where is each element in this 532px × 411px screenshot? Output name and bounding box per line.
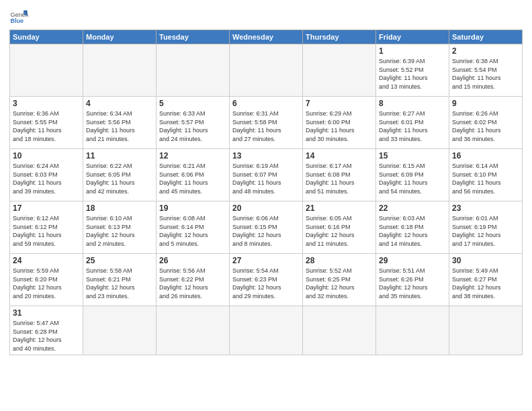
- calendar-day-cell: 12Sunrise: 6:21 AM Sunset: 6:06 PM Dayli…: [157, 149, 230, 201]
- day-info: Sunrise: 6:31 AM Sunset: 5:58 PM Dayligh…: [232, 109, 300, 143]
- weekday-header-monday: Monday: [83, 30, 157, 44]
- calendar-week-row: 10Sunrise: 6:24 AM Sunset: 6:03 PM Dayli…: [10, 149, 523, 201]
- day-info: Sunrise: 5:56 AM Sunset: 6:22 PM Dayligh…: [159, 267, 226, 300]
- calendar-day-cell: 11Sunrise: 6:22 AM Sunset: 6:05 PM Dayli…: [83, 149, 157, 201]
- calendar-day-cell: [449, 306, 523, 355]
- calendar-day-cell: 1Sunrise: 6:39 AM Sunset: 5:52 PM Daylig…: [376, 44, 449, 97]
- day-number: 4: [86, 99, 153, 108]
- calendar-week-row: 31Sunrise: 5:47 AM Sunset: 6:28 PM Dayli…: [10, 306, 523, 355]
- day-info: Sunrise: 5:59 AM Sunset: 6:20 PM Dayligh…: [13, 267, 80, 300]
- calendar-day-cell: [376, 306, 449, 355]
- day-info: Sunrise: 6:05 AM Sunset: 6:16 PM Dayligh…: [306, 214, 373, 248]
- day-number: 15: [379, 151, 446, 161]
- calendar-day-cell: 23Sunrise: 6:01 AM Sunset: 6:19 PM Dayli…: [449, 201, 523, 254]
- calendar-day-cell: [157, 44, 230, 97]
- day-number: 20: [232, 203, 300, 213]
- calendar-day-cell: 9Sunrise: 6:26 AM Sunset: 6:02 PM Daylig…: [449, 97, 523, 149]
- day-info: Sunrise: 6:27 AM Sunset: 6:01 PM Dayligh…: [379, 109, 446, 143]
- day-number: 2: [452, 46, 519, 56]
- page-header: General Blue: [9, 7, 523, 26]
- day-info: Sunrise: 6:24 AM Sunset: 6:03 PM Dayligh…: [13, 162, 80, 195]
- day-info: Sunrise: 6:29 AM Sunset: 6:00 PM Dayligh…: [306, 109, 373, 143]
- day-number: 31: [13, 308, 80, 318]
- calendar-week-row: 1Sunrise: 6:39 AM Sunset: 5:52 PM Daylig…: [10, 44, 523, 97]
- calendar-day-cell: 13Sunrise: 6:19 AM Sunset: 6:07 PM Dayli…: [230, 149, 303, 201]
- calendar-day-cell: 25Sunrise: 5:58 AM Sunset: 6:21 PM Dayli…: [83, 254, 157, 306]
- day-info: Sunrise: 6:17 AM Sunset: 6:08 PM Dayligh…: [306, 162, 373, 195]
- day-number: 10: [13, 151, 80, 161]
- calendar-day-cell: 14Sunrise: 6:17 AM Sunset: 6:08 PM Dayli…: [303, 149, 376, 201]
- day-number: 25: [86, 256, 153, 265]
- calendar-day-cell: 29Sunrise: 5:51 AM Sunset: 6:26 PM Dayli…: [376, 254, 449, 306]
- day-number: 17: [13, 203, 80, 213]
- day-number: 26: [159, 256, 226, 265]
- calendar-day-cell: 8Sunrise: 6:27 AM Sunset: 6:01 PM Daylig…: [376, 97, 449, 149]
- day-number: 3: [13, 99, 80, 108]
- calendar-day-cell: [230, 306, 303, 355]
- day-info: Sunrise: 6:39 AM Sunset: 5:52 PM Dayligh…: [379, 57, 446, 91]
- day-info: Sunrise: 5:52 AM Sunset: 6:25 PM Dayligh…: [306, 267, 373, 300]
- day-info: Sunrise: 6:12 AM Sunset: 6:12 PM Dayligh…: [13, 214, 80, 248]
- day-info: Sunrise: 5:58 AM Sunset: 6:21 PM Dayligh…: [86, 267, 153, 300]
- day-number: 13: [232, 151, 300, 161]
- logo: General Blue: [9, 7, 28, 26]
- day-number: 14: [306, 151, 373, 161]
- day-info: Sunrise: 6:26 AM Sunset: 6:02 PM Dayligh…: [452, 109, 519, 143]
- calendar-day-cell: [83, 306, 157, 355]
- calendar-day-cell: 19Sunrise: 6:08 AM Sunset: 6:14 PM Dayli…: [157, 201, 230, 254]
- day-info: Sunrise: 6:22 AM Sunset: 6:05 PM Dayligh…: [86, 162, 153, 195]
- day-number: 8: [379, 99, 446, 108]
- calendar-day-cell: [10, 44, 83, 97]
- day-number: 28: [306, 256, 373, 265]
- calendar-day-cell: 2Sunrise: 6:38 AM Sunset: 5:54 PM Daylig…: [449, 44, 523, 97]
- day-info: Sunrise: 6:08 AM Sunset: 6:14 PM Dayligh…: [159, 214, 226, 248]
- day-number: 7: [306, 99, 373, 108]
- day-info: Sunrise: 6:06 AM Sunset: 6:15 PM Dayligh…: [232, 214, 300, 248]
- calendar-week-row: 17Sunrise: 6:12 AM Sunset: 6:12 PM Dayli…: [10, 201, 523, 254]
- day-number: 6: [232, 99, 300, 108]
- calendar-day-cell: 6Sunrise: 6:31 AM Sunset: 5:58 PM Daylig…: [230, 97, 303, 149]
- day-info: Sunrise: 5:47 AM Sunset: 6:28 PM Dayligh…: [13, 319, 80, 353]
- day-number: 27: [232, 256, 300, 265]
- calendar-day-cell: 5Sunrise: 6:33 AM Sunset: 5:57 PM Daylig…: [157, 97, 230, 149]
- day-number: 16: [452, 151, 519, 161]
- calendar-day-cell: 31Sunrise: 5:47 AM Sunset: 6:28 PM Dayli…: [10, 306, 83, 355]
- day-number: 12: [159, 151, 226, 161]
- calendar-day-cell: 20Sunrise: 6:06 AM Sunset: 6:15 PM Dayli…: [230, 201, 303, 254]
- day-info: Sunrise: 5:54 AM Sunset: 6:23 PM Dayligh…: [232, 267, 300, 300]
- calendar-day-cell: [157, 306, 230, 355]
- calendar-week-row: 3Sunrise: 6:36 AM Sunset: 5:55 PM Daylig…: [10, 97, 523, 149]
- day-number: 9: [452, 99, 519, 108]
- calendar-day-cell: 22Sunrise: 6:03 AM Sunset: 6:18 PM Dayli…: [376, 201, 449, 254]
- day-number: 21: [306, 203, 373, 213]
- day-number: 23: [452, 203, 519, 213]
- day-info: Sunrise: 5:51 AM Sunset: 6:26 PM Dayligh…: [379, 267, 446, 300]
- calendar-day-cell: 3Sunrise: 6:36 AM Sunset: 5:55 PM Daylig…: [10, 97, 83, 149]
- svg-text:Blue: Blue: [10, 17, 24, 24]
- calendar-day-cell: 26Sunrise: 5:56 AM Sunset: 6:22 PM Dayli…: [157, 254, 230, 306]
- calendar-day-cell: 21Sunrise: 6:05 AM Sunset: 6:16 PM Dayli…: [303, 201, 376, 254]
- calendar-header-row: SundayMondayTuesdayWednesdayThursdayFrid…: [10, 30, 523, 44]
- day-info: Sunrise: 6:34 AM Sunset: 5:56 PM Dayligh…: [86, 109, 153, 143]
- weekday-header-wednesday: Wednesday: [230, 30, 303, 44]
- logo-icon: General Blue: [9, 7, 28, 26]
- day-info: Sunrise: 6:15 AM Sunset: 6:09 PM Dayligh…: [379, 162, 446, 195]
- day-info: Sunrise: 6:01 AM Sunset: 6:19 PM Dayligh…: [452, 214, 519, 248]
- calendar-day-cell: 16Sunrise: 6:14 AM Sunset: 6:10 PM Dayli…: [449, 149, 523, 201]
- day-number: 29: [379, 256, 446, 265]
- day-info: Sunrise: 5:49 AM Sunset: 6:27 PM Dayligh…: [452, 267, 519, 300]
- day-info: Sunrise: 6:19 AM Sunset: 6:07 PM Dayligh…: [232, 162, 300, 195]
- calendar-day-cell: 7Sunrise: 6:29 AM Sunset: 6:00 PM Daylig…: [303, 97, 376, 149]
- calendar-day-cell: 17Sunrise: 6:12 AM Sunset: 6:12 PM Dayli…: [10, 201, 83, 254]
- calendar-day-cell: 28Sunrise: 5:52 AM Sunset: 6:25 PM Dayli…: [303, 254, 376, 306]
- calendar-day-cell: 18Sunrise: 6:10 AM Sunset: 6:13 PM Dayli…: [83, 201, 157, 254]
- calendar-day-cell: [303, 306, 376, 355]
- day-number: 24: [13, 256, 80, 265]
- calendar-day-cell: 15Sunrise: 6:15 AM Sunset: 6:09 PM Dayli…: [376, 149, 449, 201]
- weekday-header-saturday: Saturday: [449, 30, 523, 44]
- calendar-day-cell: 27Sunrise: 5:54 AM Sunset: 6:23 PM Dayli…: [230, 254, 303, 306]
- day-number: 1: [379, 46, 446, 56]
- day-info: Sunrise: 6:14 AM Sunset: 6:10 PM Dayligh…: [452, 162, 519, 195]
- calendar-week-row: 24Sunrise: 5:59 AM Sunset: 6:20 PM Dayli…: [10, 254, 523, 306]
- day-number: 30: [452, 256, 519, 265]
